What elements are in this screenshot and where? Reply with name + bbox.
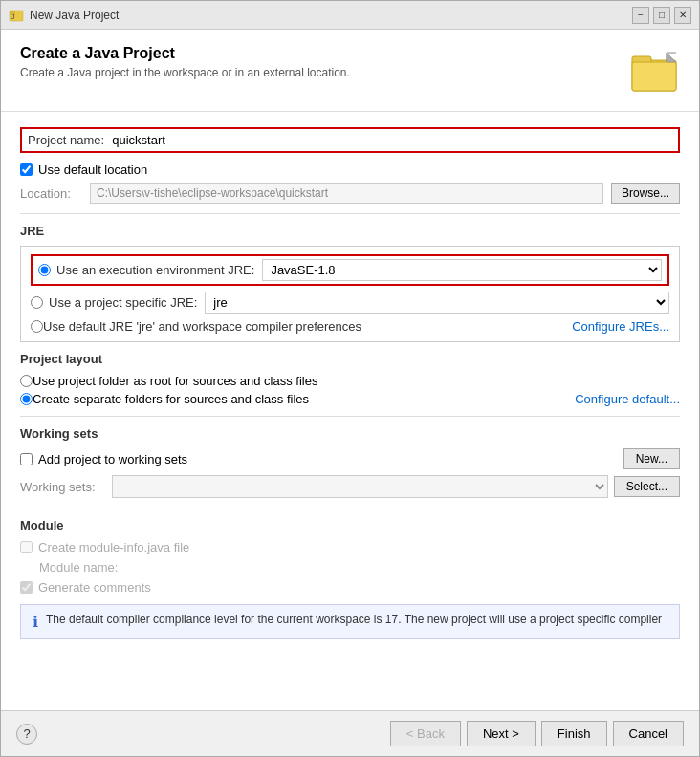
- create-module-label[interactable]: Create module-info.java file: [38, 540, 189, 554]
- footer-left: ?: [16, 724, 37, 745]
- title-bar-title: New Java Project: [30, 9, 632, 22]
- module-name-label: Module name:: [39, 560, 118, 574]
- cancel-button[interactable]: Cancel: [613, 721, 684, 746]
- header-folder-icon: [630, 45, 680, 97]
- module-name-row: Module name:: [39, 560, 680, 574]
- maximize-button[interactable]: □: [653, 7, 670, 24]
- working-sets-section: Working sets Add project to working sets…: [20, 426, 680, 498]
- jre-section-label: JRE: [20, 224, 680, 238]
- generate-comments-label[interactable]: Generate comments: [38, 580, 151, 595]
- configure-jres-link[interactable]: Configure JREs...: [572, 319, 669, 334]
- project-name-input[interactable]: [112, 133, 672, 147]
- jre-env-label[interactable]: Use an execution environment JRE:: [56, 263, 254, 277]
- dialog-title: Create a Java Project: [20, 45, 350, 62]
- new-working-set-button[interactable]: New...: [623, 448, 680, 469]
- layout-separate-label[interactable]: Create separate folders for sources and …: [33, 392, 309, 406]
- finish-button[interactable]: Finish: [541, 721, 607, 746]
- location-row: Location: Browse...: [20, 183, 680, 204]
- title-bar: J New Java Project − □ ✕: [1, 1, 699, 30]
- add-working-sets-checkbox[interactable]: [20, 453, 33, 465]
- jre-project-radio[interactable]: [31, 296, 43, 309]
- footer-right: < Back Next > Finish Cancel: [390, 721, 684, 746]
- module-label: Module: [20, 518, 680, 532]
- working-sets-label: Working sets: [20, 426, 680, 441]
- create-module-checkbox[interactable]: [20, 541, 33, 553]
- select-working-set-button[interactable]: Select...: [614, 476, 680, 497]
- close-button[interactable]: ✕: [674, 7, 691, 24]
- location-input[interactable]: [90, 183, 603, 204]
- jre-default-radio[interactable]: [31, 320, 43, 333]
- svg-text:J: J: [11, 13, 15, 20]
- svg-rect-5: [632, 62, 676, 91]
- jre-env-select[interactable]: JavaSE-1.8: [262, 259, 662, 281]
- project-layout-section: Project layout Use project folder as roo…: [20, 352, 680, 406]
- location-label: Location:: [20, 186, 82, 201]
- project-name-row: Project name:: [20, 127, 680, 153]
- info-text: The default compiler compliance level fo…: [46, 613, 662, 626]
- jre-option1-row: Use an execution environment JRE: JavaSE…: [31, 254, 669, 286]
- footer: ? < Back Next > Finish Cancel: [1, 710, 699, 756]
- title-bar-controls: − □ ✕: [632, 7, 691, 24]
- configure-default-link[interactable]: Configure default...: [575, 392, 680, 406]
- help-button[interactable]: ?: [16, 724, 37, 745]
- divider-1: [20, 213, 680, 214]
- title-bar-icon: J: [9, 8, 24, 23]
- svg-marker-6: [667, 53, 676, 62]
- add-working-sets-label[interactable]: Add project to working sets: [38, 452, 187, 466]
- layout-separate-radio[interactable]: [20, 393, 33, 405]
- working-sets-left: Add project to working sets: [20, 452, 187, 466]
- generate-comments-row: Generate comments: [20, 580, 680, 595]
- info-bar: ℹ The default compiler compliance level …: [20, 604, 680, 639]
- create-module-row: Create module-info.java file: [20, 540, 680, 554]
- dialog-window: J New Java Project − □ ✕ Create a Java P…: [0, 0, 700, 757]
- layout-option1-row: Use project folder as root for sources a…: [20, 374, 680, 388]
- divider-3: [20, 508, 680, 508]
- minimize-button[interactable]: −: [632, 7, 649, 24]
- jre-env-radio[interactable]: [38, 264, 51, 276]
- use-default-location-row: Use default location: [20, 162, 680, 177]
- project-name-label: Project name:: [28, 133, 104, 147]
- working-sets-select[interactable]: [112, 475, 608, 498]
- layout-root-label[interactable]: Use project folder as root for sources a…: [33, 374, 317, 388]
- next-button[interactable]: Next >: [467, 721, 536, 746]
- jre-project-select[interactable]: jre: [205, 292, 669, 314]
- generate-comments-checkbox[interactable]: [20, 581, 33, 594]
- dialog-subtitle: Create a Java project in the workspace o…: [20, 66, 350, 79]
- project-layout-label: Project layout: [20, 352, 680, 366]
- use-default-location-label[interactable]: Use default location: [38, 162, 147, 177]
- working-sets-checkbox-row: Add project to working sets New...: [20, 448, 680, 469]
- jre-section: Use an execution environment JRE: JavaSE…: [20, 246, 680, 342]
- browse-button[interactable]: Browse...: [611, 183, 680, 204]
- header-section: Create a Java Project Create a Java proj…: [1, 30, 699, 112]
- content-area: Project name: Use default location Locat…: [1, 112, 699, 710]
- jre-option3-row: Use default JRE 'jre' and workspace comp…: [31, 319, 669, 334]
- jre-option2-row: Use a project specific JRE: jre: [31, 292, 669, 314]
- working-sets-select-row: Working sets: Select...: [20, 475, 680, 498]
- layout-option2-row: Create separate folders for sources and …: [20, 392, 680, 406]
- jre-default-label[interactable]: Use default JRE 'jre' and workspace comp…: [43, 319, 361, 334]
- info-icon: ℹ: [33, 613, 38, 631]
- working-sets-field-label: Working sets:: [20, 480, 106, 494]
- divider-2: [20, 416, 680, 417]
- back-button[interactable]: < Back: [390, 721, 461, 746]
- layout-root-radio[interactable]: [20, 375, 33, 387]
- header-text: Create a Java Project Create a Java proj…: [20, 45, 350, 79]
- use-default-location-checkbox[interactable]: [20, 163, 33, 176]
- module-section: Module Create module-info.java file Modu…: [20, 518, 680, 595]
- jre-project-label[interactable]: Use a project specific JRE:: [49, 295, 197, 310]
